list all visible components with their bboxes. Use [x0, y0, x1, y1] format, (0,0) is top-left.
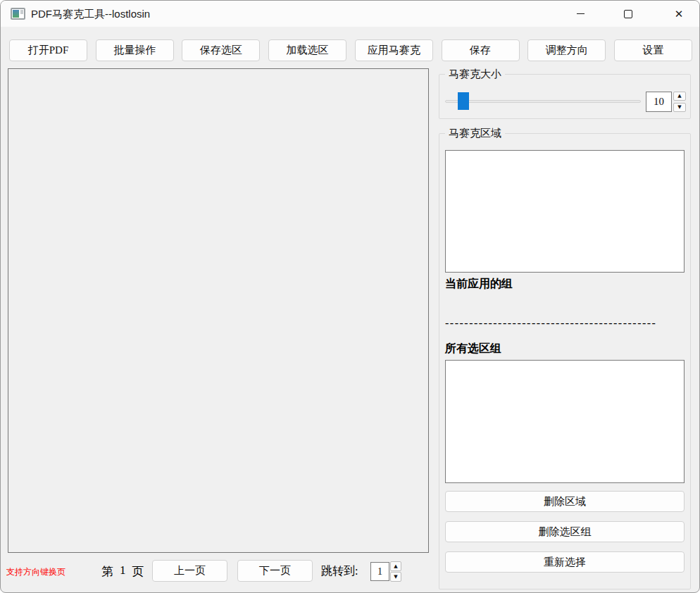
spin-up-icon[interactable]: ▲: [390, 561, 401, 571]
pdf-canvas[interactable]: [8, 68, 429, 553]
maximize-button[interactable]: [612, 1, 644, 27]
page-number: 1: [120, 563, 126, 580]
load-selection-button[interactable]: 加载选区: [268, 39, 346, 61]
app-icon-column: [20, 10, 23, 14]
batch-operations-button[interactable]: 批量操作: [96, 39, 174, 61]
selection-groups-list[interactable]: [445, 360, 685, 483]
mosaic-size-spinner: ▲ ▼: [673, 92, 686, 112]
page-prefix: 第: [101, 563, 113, 580]
mosaic-size-group: 马赛克大小 10 ▲ ▼: [439, 74, 691, 119]
window-title: PDF马赛克工具--lostlosin: [31, 1, 150, 27]
dashed-separator: ----------------------------------------…: [445, 317, 685, 331]
mosaic-size-slider-track[interactable]: [445, 100, 641, 103]
maximize-icon: [624, 10, 632, 18]
open-pdf-button[interactable]: 打开PDF: [9, 39, 87, 61]
mosaic-size-slider-handle[interactable]: [458, 92, 469, 110]
app-icon-picture: [13, 10, 19, 18]
next-page-button[interactable]: 下一页: [237, 560, 313, 582]
save-button[interactable]: 保存: [442, 39, 520, 61]
page-suffix: 页: [132, 563, 144, 580]
spin-down-icon[interactable]: ▼: [390, 572, 401, 582]
delete-selection-group-button[interactable]: 删除选区组: [445, 521, 685, 542]
close-button[interactable]: ✕: [663, 1, 695, 27]
apply-mosaic-button[interactable]: 应用马赛克: [355, 39, 433, 61]
minimize-button[interactable]: [564, 1, 596, 27]
titlebar: PDF马赛克工具--lostlosin ✕: [1, 1, 699, 27]
app-window: PDF马赛克工具--lostlosin ✕ 打开PDF 批量操作 保存选区 加载…: [0, 0, 700, 593]
delete-region-button[interactable]: 删除区域: [445, 491, 685, 512]
mosaic-region-list[interactable]: [445, 150, 685, 273]
settings-button[interactable]: 设置: [614, 39, 692, 61]
adjust-orientation-button[interactable]: 调整方向: [527, 39, 606, 61]
jump-to-label: 跳转到:: [321, 564, 358, 579]
reselect-button[interactable]: 重新选择: [445, 551, 685, 573]
mosaic-size-group-label: 马赛克大小: [445, 68, 505, 81]
spin-down-icon[interactable]: ▼: [673, 103, 686, 112]
current-applied-group-label: 当前应用的组: [445, 277, 513, 292]
mosaic-region-group: 马赛克区域 当前应用的组 ---------------------------…: [439, 133, 691, 589]
toolbar: 打开PDF 批量操作 保存选区 加载选区 应用马赛克 保存 调整方向 设置: [9, 39, 692, 61]
jump-page-input[interactable]: 1: [370, 562, 389, 581]
minimize-icon: [577, 13, 585, 14]
close-icon: ✕: [675, 8, 684, 19]
all-selection-groups-label: 所有选区组: [445, 342, 501, 356]
previous-page-button[interactable]: 上一页: [152, 560, 227, 582]
arrow-key-hint: 支持方向键换页: [6, 566, 65, 578]
mosaic-region-group-label: 马赛克区域: [445, 127, 505, 140]
app-icon: [11, 8, 25, 20]
mosaic-size-input[interactable]: 10: [646, 92, 672, 112]
jump-page-spinner: ▲ ▼: [390, 561, 401, 582]
page-indicator: 第 1 页: [101, 563, 144, 580]
spin-up-icon[interactable]: ▲: [673, 92, 686, 101]
save-selection-button[interactable]: 保存选区: [182, 39, 260, 61]
